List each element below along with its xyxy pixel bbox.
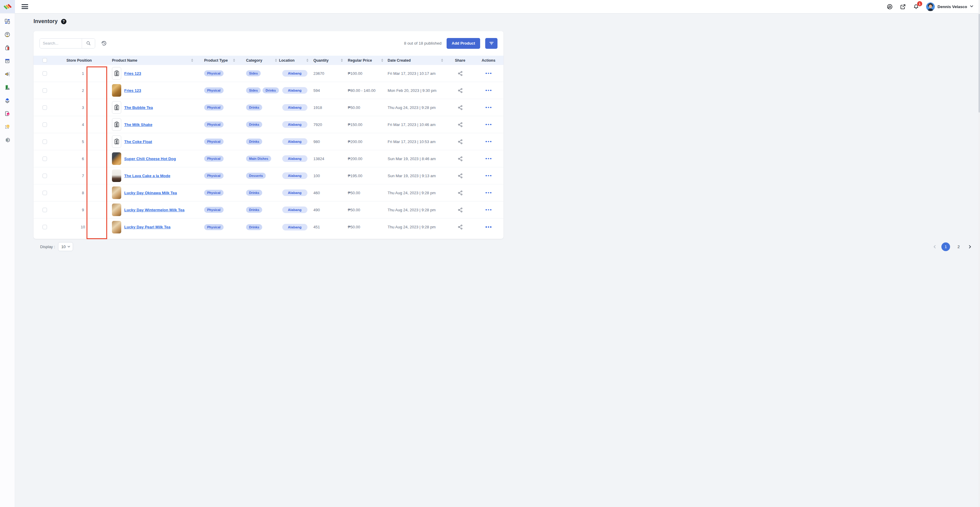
share-icon[interactable] [457,122,463,127]
share-icon[interactable] [457,207,463,213]
sidebar-item-settings[interactable] [3,135,12,145]
inventory-table: Store PositionProduct NameProduct TypeCa… [33,56,490,235]
row-actions-menu[interactable] [485,73,490,74]
reports-icon [4,84,11,91]
search-input[interactable] [40,39,82,48]
row-actions-menu[interactable] [485,90,490,91]
date-created-value: Sun Mar 19, 2023 | 9:13 am [388,173,436,178]
row-checkbox[interactable] [43,208,47,212]
table-row: 7 The Lava Cake a la Mode Physical Desse… [33,167,490,184]
column-header-cat[interactable]: Category [237,56,279,65]
sidebar-item-orders[interactable] [3,43,12,52]
product-name-link[interactable]: Super Chili Cheese Hot Dog [124,157,176,161]
product-name-link[interactable]: Lucky Day Pearl Milk Tea [124,225,170,229]
share-icon[interactable] [457,88,463,94]
column-header-date[interactable]: Date Created [385,56,445,65]
row-actions-menu[interactable] [485,107,490,108]
sidebar-item-media[interactable] [3,109,12,118]
product-type-badge: Physical [204,156,224,162]
filter-button[interactable] [485,38,490,49]
product-name-link[interactable]: Fries 123 [124,71,141,76]
row-checkbox[interactable] [43,71,47,76]
menu-toggle-icon[interactable] [22,4,28,9]
table-row: 8 Lucky Day Okinawa Milk Tea Physical Dr… [33,184,490,202]
share-icon[interactable] [457,139,463,145]
product-name-link[interactable]: The Bubble Tea [124,105,153,110]
app-logo[interactable] [0,0,15,13]
product-name-link[interactable]: The Milk Shake [124,122,152,127]
clipboard-icon [113,121,120,128]
product-name-link[interactable]: Lucky Day Okinawa Milk Tea [124,191,177,195]
sidebar-item-dashboard[interactable] [3,17,12,26]
column-header-price[interactable]: Regular Price [345,56,385,65]
category-badges: Drinks [237,116,279,133]
product-name-link[interactable]: Fries 123 [124,88,141,93]
sidebar-item-inventory[interactable] [3,56,12,65]
row-checkbox[interactable] [43,105,47,110]
column-header-name[interactable]: Product Name [102,56,195,65]
category-badges: Main Dishes [237,150,279,167]
product-name-link[interactable]: Lucky Day Wintermelon Milk Tea [124,208,185,212]
row-actions-menu[interactable] [485,124,490,126]
add-product-button[interactable]: Add Product [447,38,480,49]
row-actions-menu[interactable] [485,226,490,228]
row-checkbox[interactable] [43,191,47,195]
filter-icon [489,41,490,46]
column-header-loc[interactable]: Location [279,56,310,65]
quantity-value: 13824 [313,157,324,161]
row-checkbox[interactable] [43,157,47,161]
row-checkbox[interactable] [43,88,47,93]
sidebar-item-customers[interactable] [3,30,12,39]
help-icon[interactable]: ? [61,19,67,24]
row-actions-menu[interactable] [485,209,490,211]
regular-price-value: ₱50.00 [348,105,360,110]
row-checkbox[interactable] [43,122,47,127]
logo-icon [3,2,12,11]
share-icon[interactable] [457,190,463,196]
row-actions-menu[interactable] [485,192,490,194]
history-icon[interactable] [100,40,107,47]
column-header-qty[interactable]: Quantity [310,56,345,65]
share-icon[interactable] [457,156,463,162]
quantity-value: 1918 [313,105,322,110]
column-header-label: Category [246,58,262,62]
date-created-value: Thu Aug 24, 2023 | 9:28 pm [388,191,436,195]
select-all-checkbox[interactable] [43,58,47,62]
quantity-value: 980 [313,140,320,144]
row-checkbox[interactable] [43,140,47,144]
store-position-value: 2 [82,88,84,93]
regular-price-value: ₱100.00 [348,71,362,76]
category-badge: Drinks [262,87,279,94]
sidebar-item-apps[interactable] [3,122,12,131]
product-type-badge: Physical [204,173,224,179]
product-type-badge: Physical [204,224,224,230]
product-name-link[interactable]: The Coke Float [124,140,152,144]
table-row: 1 Fries 123 Physical Sides Alabang 23670… [33,65,490,82]
product-name-link[interactable]: The Lava Cake a la Mode [124,173,170,178]
sidebar-item-marketing[interactable] [3,70,12,79]
column-header-label: Quantity [313,58,329,62]
search-box [40,38,95,48]
location-pill: Alabang [282,104,307,111]
page-size-select[interactable]: 10 [58,242,73,251]
share-icon[interactable] [457,173,463,179]
row-actions-menu[interactable] [485,158,490,159]
table-row: 9 Lucky Day Wintermelon Milk Tea Physica… [33,202,490,218]
row-checkbox[interactable] [43,173,47,178]
row-checkbox[interactable] [43,225,47,229]
search-icon[interactable] [82,39,95,48]
table-row: 5 The Coke Float Physical Drinks Alabang… [33,133,490,150]
store-position-value: 8 [82,191,84,195]
sidebar-item-reports[interactable] [3,83,12,92]
date-created-value: Fri Mar 17, 2023 | 10:53 am [388,140,436,144]
row-actions-menu[interactable] [485,141,490,143]
share-icon[interactable] [457,224,463,230]
share-icon[interactable] [457,105,463,110]
row-actions-menu[interactable] [485,175,490,176]
sidebar-item-collections[interactable] [3,96,12,105]
share-icon[interactable] [457,71,463,76]
store-position-value: 4 [82,122,84,127]
column-header-type[interactable]: Product Type [195,56,237,65]
product-type-badge: Physical [204,87,224,94]
product-image [112,153,121,165]
